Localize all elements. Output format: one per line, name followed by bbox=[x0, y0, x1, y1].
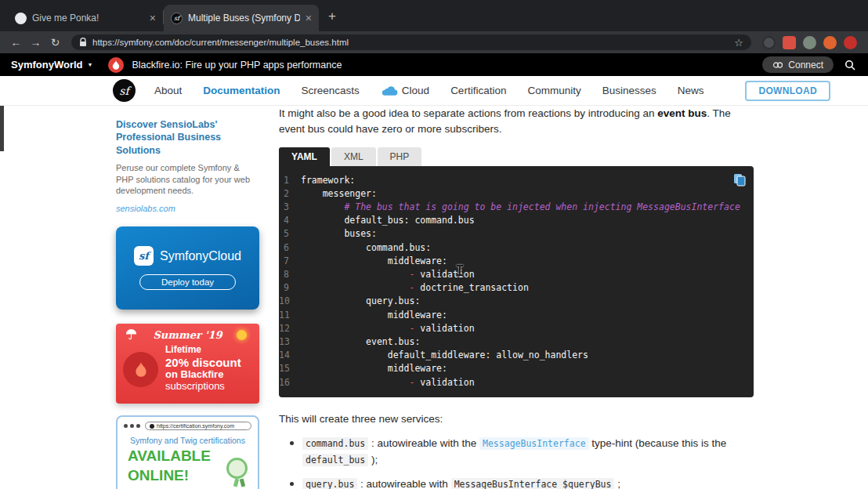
download-button[interactable]: DOWNLOAD bbox=[745, 81, 830, 101]
line-number: 14 bbox=[279, 349, 301, 362]
extension-icon-1[interactable] bbox=[762, 36, 776, 49]
symfonyworld-label: SymfonyWorld bbox=[11, 59, 83, 71]
code-line: 1framework: bbox=[279, 174, 754, 187]
symfony-favicon-icon: sf bbox=[171, 13, 183, 24]
code-text: command.bus: bbox=[301, 241, 431, 255]
intro-pre: It might also be a good idea to separate… bbox=[279, 107, 657, 119]
new-tab-button[interactable]: + bbox=[328, 9, 336, 24]
forward-button[interactable]: → bbox=[26, 36, 45, 49]
tab-title: Multiple Buses (Symfony Docs bbox=[188, 13, 300, 24]
promo-bar: SymfonyWorld ▼ Blackfire.io: Fire up you… bbox=[0, 53, 868, 76]
code-lines[interactable]: 1framework:2 messenger:3 # The bus that … bbox=[279, 174, 754, 389]
code-text: default_middleware: allow_no_handlers bbox=[301, 349, 588, 362]
search-icon[interactable] bbox=[834, 60, 868, 71]
address-bar[interactable]: https://symfony.com/doc/current/messenge… bbox=[71, 34, 751, 50]
sidebar-scrollbar-thumb[interactable] bbox=[0, 106, 4, 151]
code-line: 4 default_bus: command.bus bbox=[279, 214, 754, 227]
intro-bold: event bus bbox=[657, 107, 707, 119]
nav-cloud[interactable]: Cloud bbox=[381, 85, 429, 96]
code-line: 10 query.bus: bbox=[279, 295, 754, 308]
line-number: 5 bbox=[279, 227, 301, 241]
bullet-text: ; bbox=[614, 478, 620, 489]
window-dot-icon bbox=[124, 424, 128, 428]
line-number: 15 bbox=[279, 362, 301, 375]
cert-subtitle: Symfony and Twig certifications bbox=[118, 436, 258, 445]
code-tab-xml[interactable]: XML bbox=[331, 147, 376, 166]
ponka-favicon-icon bbox=[15, 13, 27, 24]
symfonycloud-brand: SymfonyCloud bbox=[160, 249, 241, 263]
code-line: 2 messenger: bbox=[279, 187, 754, 201]
window-dot-icon bbox=[136, 424, 140, 428]
deploy-today-button[interactable]: Deploy today bbox=[139, 274, 236, 290]
site-header: sf About Documentation Screencasts Cloud… bbox=[0, 76, 868, 106]
browser-tab-symfony-docs[interactable]: sf Multiple Buses (Symfony Docs × bbox=[164, 5, 319, 31]
service-bullet-item: query.bus : autowireable with MessageBus… bbox=[290, 476, 754, 489]
bullet-text: ); bbox=[368, 454, 378, 465]
code-line: 8 - validation bbox=[279, 268, 754, 281]
bullet-text: : autowireable with bbox=[357, 478, 450, 489]
blackfire-ad-line3: on Blackfire bbox=[165, 369, 241, 381]
symfonyworld-dropdown[interactable]: SymfonyWorld ▼ bbox=[0, 53, 103, 76]
blackfire-banner-link[interactable]: Blackfire.io: Fire up your PHP apps perf… bbox=[132, 60, 342, 71]
line-number: 6 bbox=[279, 241, 301, 255]
line-number: 16 bbox=[279, 376, 301, 389]
nav-certification[interactable]: Certification bbox=[450, 85, 506, 96]
flame-icon bbox=[123, 352, 158, 387]
tab-title: Give me Ponka! bbox=[32, 13, 144, 24]
browser-tab-ponka[interactable]: Give me Ponka! × bbox=[8, 5, 163, 31]
symfonycloud-ad[interactable]: sf SymfonyCloud Deploy today bbox=[116, 226, 259, 310]
code-line: 14 default_middleware: allow_no_handlers bbox=[279, 349, 754, 362]
services-list: command.bus : autowireable with the Mess… bbox=[279, 435, 754, 489]
article: It might also be a good idea to separate… bbox=[279, 106, 754, 489]
code-tab-bar: YAML XML PHP bbox=[279, 147, 754, 166]
code-line: 12 - validation bbox=[279, 322, 754, 335]
copy-code-button[interactable] bbox=[732, 172, 747, 190]
symfonycloud-brand-row: sf SymfonyCloud bbox=[134, 246, 241, 266]
mock-url: https://certification.symfony.com bbox=[157, 423, 234, 429]
blackfire-ad[interactable]: Summer '19 Lifetime 20% discount on Blac… bbox=[116, 324, 259, 404]
back-button[interactable]: ← bbox=[6, 36, 26, 49]
code-text: # The bus that is going to be injected w… bbox=[301, 201, 740, 214]
nav-about[interactable]: About bbox=[154, 85, 182, 96]
symfony-logo[interactable]: sf bbox=[113, 79, 136, 102]
profile-avatar-icon-2[interactable] bbox=[844, 36, 857, 49]
inline-code-link[interactable]: MessageBusInterface bbox=[479, 437, 589, 450]
code-text: event.bus: bbox=[301, 335, 420, 349]
bullet-text: : autowireable with the bbox=[368, 437, 479, 449]
code-text: - doctrine_transaction bbox=[301, 281, 529, 295]
close-tab-icon[interactable]: × bbox=[150, 13, 156, 24]
extension-icon-2[interactable] bbox=[783, 36, 796, 49]
code-block: 1framework:2 messenger:3 # The bus that … bbox=[279, 166, 754, 397]
chevron-down-icon: ▼ bbox=[88, 62, 93, 67]
code-line: 7 middleware: bbox=[279, 255, 754, 268]
code-line: 3 # The bus that is going to be injected… bbox=[279, 201, 754, 214]
nav-community[interactable]: Community bbox=[527, 85, 580, 96]
blackfire-ad-line1: Lifetime bbox=[165, 345, 241, 356]
bookmark-star-icon[interactable]: ☆ bbox=[734, 37, 743, 49]
close-tab-icon[interactable]: × bbox=[306, 13, 312, 24]
code-text: buses: bbox=[301, 227, 377, 241]
nav-news[interactable]: News bbox=[678, 85, 704, 96]
reload-button[interactable]: ↻ bbox=[45, 36, 65, 49]
extension-icon-3[interactable] bbox=[803, 36, 816, 49]
nav-businesses[interactable]: Businesses bbox=[602, 85, 656, 96]
nav-documentation[interactable]: Documentation bbox=[203, 85, 280, 96]
nav-screencasts[interactable]: Screencasts bbox=[302, 85, 360, 96]
browser-tab-bar: Give me Ponka! × sf Multiple Buses (Symf… bbox=[0, 0, 868, 31]
code-text: middleware: bbox=[301, 255, 447, 268]
line-number: 3 bbox=[279, 201, 301, 214]
line-number: 7 bbox=[279, 255, 301, 268]
code-line: 9 - doctrine_transaction bbox=[279, 281, 754, 295]
inline-code: command.bus bbox=[302, 437, 368, 450]
code-tab-yaml[interactable]: YAML bbox=[279, 147, 330, 166]
certification-ad[interactable]: https://certification.symfony.com Symfon… bbox=[116, 415, 259, 489]
line-number: 9 bbox=[279, 281, 301, 295]
sensiolabs-title-link[interactable]: Discover SensioLabs' Professional Busine… bbox=[116, 118, 259, 157]
code-tab-php[interactable]: PHP bbox=[378, 147, 422, 166]
connect-button[interactable]: Connect bbox=[762, 56, 834, 73]
sensiolabs-link[interactable]: sensiolabs.com bbox=[116, 204, 259, 213]
symfonycloud-logo-icon: sf bbox=[134, 246, 154, 266]
umbrella-icon bbox=[125, 328, 137, 343]
extension-row bbox=[758, 36, 862, 49]
profile-avatar-icon-1[interactable] bbox=[823, 36, 837, 49]
